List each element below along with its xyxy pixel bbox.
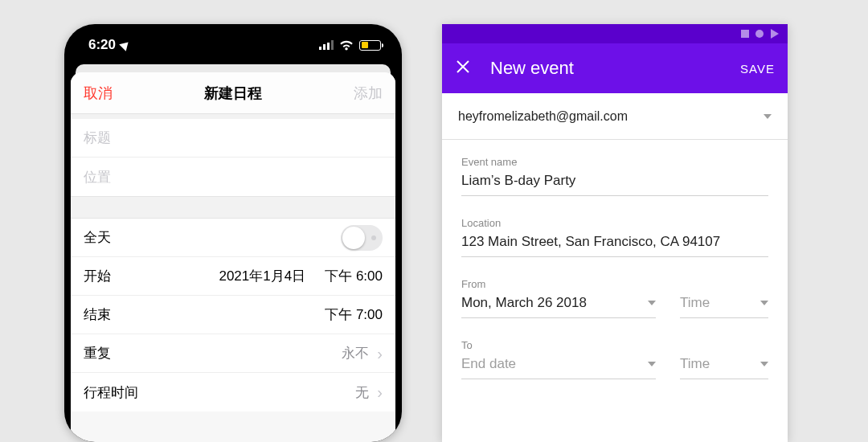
chevron-down-icon [760,301,768,305]
end-time-value: 下午 7:00 [325,305,383,324]
status-triangle-icon [771,29,779,39]
sheet-title: 新建日程 [204,84,262,103]
travel-label: 行程时间 [84,383,138,402]
close-icon [455,59,471,75]
appbar-title: New event [490,58,721,79]
location-field[interactable]: 位置 [71,158,395,196]
from-label: From [461,278,768,290]
to-date-select[interactable]: End date [461,356,656,379]
repeat-label: 重复 [84,344,111,362]
time-section: 全天 开始 2021年1月4日 下午 6:00 结束 下午 7:00 重复 永不… [71,219,395,411]
battery-icon [359,40,381,51]
to-time-value: Time [680,356,710,372]
status-right [319,40,381,51]
title-location-section: 标题 位置 [71,119,395,196]
ios-status-bar: 6:20 [64,24,402,69]
to-date-value: End date [461,356,516,372]
from-time-value: Time [680,295,710,311]
status-left: 6:20 [88,37,130,53]
to-time-select[interactable]: Time [680,356,768,379]
wifi-icon [339,40,354,51]
chevron-down-icon [764,114,772,119]
repeat-row[interactable]: 重复 永不 › [71,334,395,373]
add-button[interactable]: 添加 [354,84,383,103]
chevron-right-icon: › [377,346,383,362]
all-day-label: 全天 [84,228,111,247]
start-label: 开始 [84,267,111,285]
cancel-button[interactable]: 取消 [84,84,113,103]
close-button[interactable] [455,59,471,78]
android-status-bar [442,24,788,43]
svg-rect-0 [319,47,321,50]
start-row[interactable]: 开始 2021年1月4日 下午 6:00 [71,257,395,296]
svg-rect-3 [331,40,334,50]
title-placeholder: 标题 [84,129,111,147]
event-name-field[interactable]: Event name Liam’s B-day Party [461,156,768,196]
account-selector[interactable]: heyfromelizabeth@gmail.com [442,93,788,140]
location-field[interactable]: Location 123 Main Street, San Francisco,… [461,217,768,257]
from-date-select[interactable]: Mon, March 26 2018 [461,295,656,318]
location-arrow-icon [119,39,132,51]
android-device-frame: New event SAVE heyfromelizabeth@gmail.co… [442,24,788,442]
save-button[interactable]: SAVE [740,62,775,76]
start-date-value: 2021年1月4日 [219,267,305,285]
cellular-signal-icon [319,40,334,50]
start-time-value: 下午 6:00 [325,267,383,285]
to-label: To [461,339,768,351]
repeat-value: 永不 [342,344,369,362]
svg-rect-1 [323,44,326,50]
chevron-right-icon: › [377,384,383,400]
svg-rect-2 [327,43,330,50]
section-gap [71,196,395,219]
chevron-down-icon [648,362,656,366]
event-name-label: Event name [461,156,768,168]
status-circle-icon [755,30,764,38]
android-appbar: New event SAVE [442,43,788,93]
all-day-row: 全天 [71,219,395,257]
event-form: Event name Liam’s B-day Party Location 1… [442,140,788,379]
travel-time-row[interactable]: 行程时间 无 › [71,373,395,411]
ios-device-frame: 6:20 取消 新建日程 添加 标题 位 [64,24,402,442]
end-row[interactable]: 结束 下午 7:00 [71,296,395,334]
event-name-value: Liam’s B-day Party [461,173,768,196]
location-label: Location [461,217,768,229]
from-field: From Mon, March 26 2018 Time [461,278,768,318]
ios-new-event-sheet: 取消 新建日程 添加 标题 位置 全天 开始 2021年1月4日 [71,72,395,442]
to-field: To End date Time [461,339,768,379]
chevron-down-icon [648,301,656,305]
chevron-down-icon [760,362,768,366]
status-square-icon [741,30,749,38]
ios-navbar: 取消 新建日程 添加 [71,72,395,114]
travel-value: 无 [355,383,369,402]
account-email: heyfromelizabeth@gmail.com [458,109,628,124]
from-time-select[interactable]: Time [680,295,768,318]
status-time: 6:20 [88,37,116,53]
end-label: 结束 [84,305,111,324]
location-value: 123 Main Street, San Francisco, CA 94107 [461,234,768,257]
title-field[interactable]: 标题 [71,119,395,158]
location-placeholder: 位置 [84,168,111,186]
all-day-toggle[interactable] [341,225,383,251]
from-date-value: Mon, March 26 2018 [461,295,587,311]
battery-fill [362,42,369,48]
